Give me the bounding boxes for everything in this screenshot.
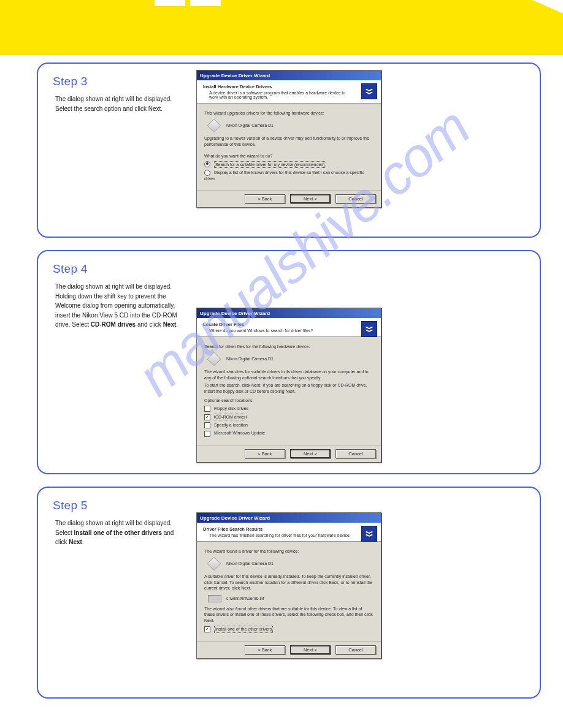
device-name: Nikon Digital Camera D1: [226, 561, 274, 566]
step4-text: The dialog shown at right will be displa…: [55, 282, 184, 330]
cancel-button[interactable]: Cancel: [335, 449, 376, 458]
checkbox-label: CD-ROM drives: [214, 414, 247, 420]
checkbox-install-other[interactable]: Install one of the other drivers: [204, 626, 373, 632]
checkbox-icon: [204, 431, 210, 437]
dialog-buttons: < Back Next > Cancel: [197, 190, 381, 207]
radio-label: Search for a suitable driver for my devi…: [214, 161, 326, 168]
cancel-button[interactable]: Cancel: [335, 645, 376, 654]
body-text: The wizard found a driver for the follow…: [204, 548, 373, 554]
step4-dialog: Upgrade Device Driver Wizard Locate Driv…: [196, 308, 381, 463]
checkbox-icon: [204, 422, 210, 428]
next-button[interactable]: Next >: [290, 645, 331, 654]
step5-dialog: Upgrade Device Driver Wizard Driver File…: [196, 512, 381, 659]
body-text-2: Upgrading to a newer version of a device…: [204, 135, 373, 147]
page-header: [0, 0, 563, 55]
device-icon: [207, 119, 221, 133]
content-area: manualshive.com Step 3 The dialog shown …: [0, 55, 563, 728]
step5-text: The dialog shown at right will be displa…: [55, 518, 184, 547]
dialog-title-bar: Upgrade Device Driver Wizard: [197, 70, 381, 80]
checkbox-icon: [204, 414, 210, 420]
dialog-body: This wizard upgrades drivers for the fol…: [197, 104, 381, 190]
checkbox-label: Microsoft Windows Update: [214, 431, 265, 436]
dialog-buttons: < Back Next > Cancel: [197, 445, 381, 462]
body-text-2: The wizard searches for suitable drivers…: [204, 369, 373, 381]
wizard-question: What do you want the wizard to do?: [204, 153, 373, 159]
dialog-title-bar: Upgrade Device Driver Wizard: [197, 513, 381, 523]
device-icon: [207, 352, 221, 366]
body-text: Search for driver files for the followin…: [204, 344, 373, 349]
dialog-heading: Install Hardware Device Drivers: [203, 84, 354, 89]
checkbox-winupdate[interactable]: Microsoft Windows Update: [204, 430, 373, 436]
checkbox-icon: [204, 626, 210, 632]
step3-section: Step 3 The dialog shown at right will be…: [37, 63, 541, 238]
step4-section: Step 4 The dialog shown at right will be…: [37, 250, 541, 474]
dialog-body: Search for driver files for the followin…: [197, 337, 381, 445]
radio-label: Display a list of the known drivers for …: [204, 171, 364, 181]
path-row: c:\winnt\inf\oem0.inf: [208, 595, 373, 602]
step5-section: Step 5 The dialog shown at right will be…: [37, 487, 541, 699]
dialog-title-bar: Upgrade Device Driver Wizard: [197, 308, 381, 318]
body-text-3: The wizard also found other drivers that…: [204, 606, 373, 623]
radio-icon: [204, 161, 210, 167]
dialog-header: Driver Files Search Results The wizard h…: [197, 523, 381, 542]
checkbox-cdrom[interactable]: CD-ROM drives: [204, 414, 373, 420]
dialog-header: Locate Driver Files Where do you want Wi…: [197, 318, 381, 337]
wizard-icon: [361, 526, 377, 542]
driver-path: c:\winnt\inf\oem0.inf: [226, 596, 264, 601]
radio-icon: [204, 170, 210, 176]
dialog-subheading: A device driver is a software program th…: [209, 91, 354, 99]
drive-icon: [208, 595, 221, 602]
device-row: Nikon Digital Camera D1: [208, 119, 373, 132]
step3-dialog: Upgrade Device Driver Wizard Install Har…: [196, 70, 381, 208]
dialog-subheading: The wizard has finished searching for dr…: [209, 533, 354, 537]
device-row: Nikon Digital Camera D1: [208, 353, 373, 365]
device-row: Nikon Digital Camera D1: [208, 558, 373, 570]
step3-text: The dialog shown at right will be displa…: [55, 94, 184, 113]
optional-title: Optional search locations:: [204, 398, 373, 403]
back-button[interactable]: < Back: [245, 194, 285, 203]
next-button[interactable]: Next >: [290, 449, 331, 458]
checkbox-specify[interactable]: Specify a location: [204, 422, 373, 428]
device-name: Nikon Digital Camera D1: [226, 123, 274, 127]
dialog-subheading: Where do you want Windows to search for …: [209, 328, 354, 333]
next-button[interactable]: Next >: [290, 194, 331, 203]
back-button[interactable]: < Back: [245, 449, 285, 458]
dialog-header: Install Hardware Device Drivers A device…: [197, 80, 381, 104]
dialog-buttons: < Back Next > Cancel: [197, 641, 381, 658]
back-button[interactable]: < Back: [245, 645, 285, 654]
wizard-icon: [361, 83, 377, 99]
radio-option-1[interactable]: Search for a suitable driver for my devi…: [204, 161, 373, 168]
body-text-3: To start the search, click Next. If you …: [204, 382, 373, 394]
checkbox-label: Install one of the other drivers: [214, 626, 273, 632]
checkbox-icon: [204, 406, 210, 412]
step5-title: Step 5: [53, 499, 529, 512]
device-name: Nikon Digital Camera D1: [226, 357, 274, 361]
checkbox-label: Floppy disk drives: [214, 406, 248, 411]
radio-option-2[interactable]: Display a list of the known drivers for …: [204, 170, 373, 182]
body-text-2: A suitable driver for this device is alr…: [204, 574, 373, 591]
checkbox-floppy[interactable]: Floppy disk drives: [204, 406, 373, 412]
body-text: This wizard upgrades drivers for the fol…: [204, 110, 373, 116]
wizard-icon: [361, 321, 377, 337]
dialog-body: The wizard found a driver for the follow…: [197, 542, 381, 641]
step4-title: Step 4: [53, 262, 529, 276]
device-icon: [207, 557, 221, 571]
cancel-button[interactable]: Cancel: [335, 194, 376, 203]
dialog-heading: Locate Driver Files: [203, 322, 354, 327]
checkbox-label: Specify a location: [214, 423, 248, 428]
dialog-heading: Driver Files Search Results: [203, 526, 354, 532]
